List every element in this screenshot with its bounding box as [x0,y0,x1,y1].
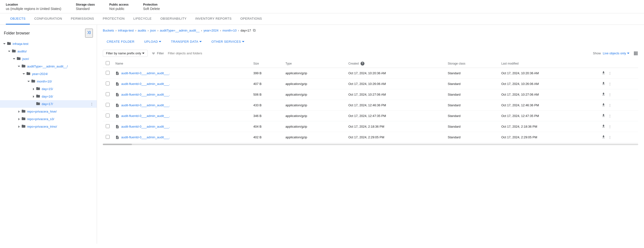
breadcrumb-buckets[interactable]: Buckets [103,29,114,32]
download-button[interactable] [600,81,606,87]
row-more-button[interactable]: ⋮ [608,124,612,129]
horizontal-scrollbar[interactable] [103,144,638,145]
file-name-link[interactable]: audit-fluentd-0___admin_audit___. [116,135,198,139]
toggle-day15[interactable] [31,88,36,90]
download-button[interactable] [600,134,606,140]
row-more-button[interactable]: ⋮ [608,81,612,87]
tree-item-year2024[interactable]: year=2024/ ⋮ [0,70,97,78]
tab-operations[interactable]: OPERATIONS [236,13,266,25]
other-services-button[interactable]: OTHER SERVICES [208,38,248,45]
toggle-month10[interactable] [26,81,31,82]
tree-item-audits[interactable]: audits/ ⋮ [0,48,97,55]
row-checkbox-cell[interactable] [103,89,112,100]
row-checkbox[interactable] [106,103,110,107]
download-button[interactable] [600,91,606,98]
other-services-chevron-icon [242,41,244,42]
breadcrumb-month10[interactable]: month=10 [222,29,236,32]
file-name-link[interactable]: audit-fluentd-0___admin_audit___. [116,125,198,129]
copy-path-icon[interactable]: ⧉ [253,28,256,33]
file-name-link[interactable]: audit-fluentd-0___admin_audit___. [116,93,198,97]
file-name-link[interactable]: audit-fluentd-0___admin_audit___. [116,103,198,107]
breadcrumb-year2024[interactable]: year=2024 [204,29,218,32]
tree-item-repo-s3[interactable]: repo=privacera_s3/ ⋮ [0,115,97,123]
row-more-button[interactable]: ⋮ [608,70,612,76]
toggle-year2024[interactable] [21,73,26,75]
tree-item-repo-hive[interactable]: repo=privacera_hive/ ⋮ [0,108,97,115]
row-checkbox-cell[interactable] [103,68,112,79]
tree-item-day16[interactable]: day=16/ ⋮ [0,93,97,100]
scrollbar-thumb[interactable] [103,144,132,145]
tab-configuration[interactable]: CONFIGURATION [30,13,66,25]
toggle-repo-trino[interactable] [16,125,21,128]
collapse-sidebar-button[interactable] [85,29,93,38]
row-actions-cell: ⋮ [598,79,638,89]
row-checkbox-cell[interactable] [103,79,112,89]
row-type-cell: application/gzip [282,111,346,121]
toggle-audittype[interactable] [16,66,21,67]
tab-protection[interactable]: PROTECTION [98,13,129,25]
tree-item-month10[interactable]: month=10/ ⋮ [0,78,97,85]
toggle-day16[interactable] [31,95,36,98]
file-name-link[interactable]: audit-fluentd-0___admin_audit___. [116,82,198,86]
filter-label: Filter [157,52,164,55]
row-checkbox-cell[interactable] [103,132,112,143]
toggle-repo-s3[interactable] [16,118,21,120]
download-button[interactable] [600,123,606,130]
select-all-checkbox[interactable] [106,61,110,65]
file-name-link[interactable]: audit-fluentd-0___admin_audit___. [116,114,198,118]
row-checkbox-cell[interactable] [103,111,112,121]
breadcrumb-json[interactable]: json [150,29,156,32]
row-checkbox[interactable] [106,114,110,117]
row-more-button[interactable]: ⋮ [608,134,612,140]
file-icon [116,71,119,75]
toggle-audits[interactable] [7,51,12,52]
row-storage-class-cell: Standard [445,79,498,89]
tab-objects[interactable]: OBJECTS [6,13,30,25]
row-more-button[interactable]: ⋮ [608,113,612,119]
file-name-text: audit-fluentd-0___admin_audit___. [121,71,170,75]
row-checkbox-cell[interactable] [103,121,112,132]
tab-permissions[interactable]: PERMISSIONS [66,13,98,25]
tab-inventory-reports[interactable]: INVENTORY REPORTS [191,13,236,25]
filter-prefix-button[interactable]: Filter by name prefix only [103,50,148,57]
view-toggle-button[interactable] [633,51,638,56]
filter-input[interactable] [168,52,591,55]
folder-icon-day16 [36,94,40,99]
download-button[interactable] [600,70,606,76]
download-button[interactable] [600,113,606,119]
row-checkbox-cell[interactable] [103,100,112,111]
tree-item-audittype[interactable]: auditType=__admin_audit__/ ⋮ [0,63,97,70]
row-checkbox[interactable] [106,82,110,85]
toggle-repo-hive[interactable] [16,110,21,113]
download-button[interactable] [600,102,606,108]
breadcrumb-audits[interactable]: audits [138,29,146,32]
transfer-data-button[interactable]: TRANSFER DATA [167,38,206,45]
select-all-header[interactable] [103,59,112,68]
live-objects-button[interactable]: Live objects only [603,52,630,55]
row-actions-cell: ⋮ [598,68,638,79]
upload-button[interactable]: UPLOAD [140,38,165,45]
more-menu-button[interactable]: ⋮ [89,102,95,106]
breadcrumb-audittype[interactable]: auditType=__admin_audit__ [160,29,200,32]
breadcrumb-infraqa-test[interactable]: infraqa-test [118,29,134,32]
row-checkbox[interactable] [106,124,110,128]
filter-icon-button[interactable]: Filter [150,50,166,57]
tree-item-day17[interactable]: day=17/ ⋮ [0,100,97,108]
tree-item-repo-trino[interactable]: repo=privacera_trino/ ⋮ [0,123,97,130]
tree-item-day15[interactable]: day=15/ ⋮ [0,85,97,93]
tab-lifecycle[interactable]: LIFECYCLE [129,13,156,25]
toggle-json[interactable] [12,58,16,60]
created-column-header: Created ? [346,59,445,68]
tab-observability[interactable]: OBSERVABILITY [156,13,191,25]
row-more-button[interactable]: ⋮ [608,102,612,108]
file-name-link[interactable]: audit-fluentd-0___admin_audit___. [116,71,198,75]
row-checkbox[interactable] [106,92,110,96]
created-info-icon[interactable]: ? [360,62,364,66]
tree-item-infraqa-test[interactable]: infraqa-test ⋮ [0,40,97,48]
row-checkbox[interactable] [106,135,110,139]
row-more-button[interactable]: ⋮ [608,92,612,97]
row-checkbox[interactable] [106,71,110,75]
toggle-infraqa-test[interactable] [2,43,7,44]
tree-item-json[interactable]: json/ ⋮ [0,55,97,63]
create-folder-button[interactable]: CREATE FOLDER [103,38,138,45]
